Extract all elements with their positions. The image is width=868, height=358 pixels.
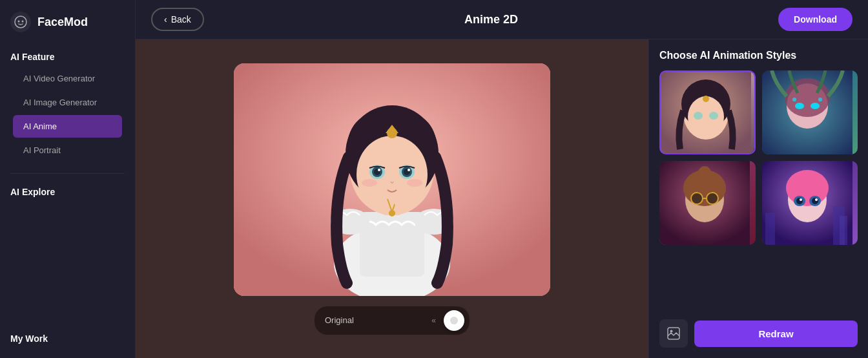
- svg-point-23: [389, 210, 395, 216]
- ai-feature-label: AI Feature: [10, 52, 125, 62]
- svg-point-50: [786, 170, 829, 206]
- original-label: Original: [325, 315, 426, 325]
- slider-arrows-icon: «: [431, 316, 436, 325]
- style-card-aetherpunk[interactable]: Aether Punk: [762, 70, 858, 154]
- svg-point-55: [800, 198, 802, 201]
- svg-point-19: [408, 169, 410, 171]
- svg-point-32: [709, 112, 718, 120]
- main: ‹ Back Anime 2D Download: [136, 0, 868, 358]
- image-icon: [666, 326, 681, 341]
- original-slider[interactable]: Original «: [315, 306, 470, 335]
- svg-point-33: [703, 96, 709, 102]
- svg-point-40: [818, 98, 822, 101]
- back-label: Back: [171, 14, 191, 25]
- svg-point-1: [18, 21, 20, 23]
- svg-point-30: [688, 96, 724, 138]
- sidebar-section-my-work[interactable]: My Work: [0, 327, 135, 353]
- logo-icon: [10, 12, 31, 32]
- download-button[interactable]: Download: [778, 8, 852, 31]
- svg-point-2: [22, 21, 24, 23]
- ai-explore-label: AI Explore: [10, 187, 125, 197]
- svg-point-47: [698, 166, 711, 179]
- svg-point-21: [407, 179, 422, 187]
- svg-point-53: [796, 198, 803, 204]
- canvas-area: Original «: [136, 39, 648, 358]
- style-card-4[interactable]: [762, 161, 858, 245]
- image-container: [234, 63, 550, 296]
- sidebar-item-ai-video-generator[interactable]: AI Video Generator: [13, 67, 122, 90]
- style-card-anime2d[interactable]: Anime 2D: [659, 70, 756, 154]
- svg-point-15: [378, 169, 380, 171]
- my-work-label: My Work: [10, 333, 125, 344]
- sidebar-divider: [10, 173, 125, 174]
- bottom-actions: Redraw: [659, 319, 858, 348]
- svg-point-36: [785, 78, 830, 117]
- back-button[interactable]: ‹ Back: [151, 8, 204, 31]
- svg-point-0: [15, 16, 26, 28]
- sidebar-item-ai-image-generator[interactable]: AI Image Generator: [13, 91, 122, 114]
- style-card-3[interactable]: [659, 161, 756, 245]
- choose-styles-title: Choose AI Animation Styles: [659, 50, 858, 61]
- right-panel: Choose AI Animation Styles: [648, 39, 868, 358]
- svg-point-26: [450, 317, 458, 324]
- page-title: Anime 2D: [464, 13, 518, 26]
- svg-point-38: [811, 103, 820, 109]
- svg-point-44: [691, 193, 703, 204]
- sidebar-section-ai-explore: AI Explore: [0, 180, 135, 206]
- sidebar-item-ai-anime[interactable]: AI Anime: [13, 115, 122, 138]
- sidebar-section-ai-feature: AI Feature AI Video Generator AI Image G…: [0, 44, 135, 167]
- svg-point-56: [815, 198, 818, 201]
- slider-thumb[interactable]: [444, 310, 464, 331]
- svg-rect-59: [840, 216, 847, 245]
- anime-image: [234, 63, 550, 296]
- svg-point-54: [812, 198, 818, 204]
- logo-text: FaceMod: [37, 16, 88, 29]
- svg-rect-57: [765, 213, 775, 245]
- image-icon-button[interactable]: [659, 319, 688, 348]
- back-chevron-icon: ‹: [164, 14, 167, 25]
- svg-point-20: [362, 179, 377, 187]
- svg-rect-25: [397, 193, 402, 209]
- header: ‹ Back Anime 2D Download: [136, 0, 868, 39]
- svg-point-39: [792, 98, 796, 101]
- svg-point-61: [670, 330, 673, 333]
- svg-point-31: [694, 112, 703, 120]
- content: Original « Choose AI Animation Styles: [136, 39, 868, 358]
- redraw-button[interactable]: Redraw: [694, 321, 858, 347]
- sidebar: FaceMod AI Feature AI Video Generator AI…: [0, 0, 136, 358]
- styles-grid: Anime 2D: [659, 70, 858, 245]
- svg-point-45: [707, 193, 718, 204]
- svg-point-11: [356, 136, 428, 213]
- svg-point-37: [795, 103, 804, 109]
- svg-rect-60: [668, 328, 679, 339]
- logo-area: FaceMod: [0, 0, 135, 44]
- sidebar-item-ai-portrait[interactable]: AI Portrait: [13, 139, 122, 162]
